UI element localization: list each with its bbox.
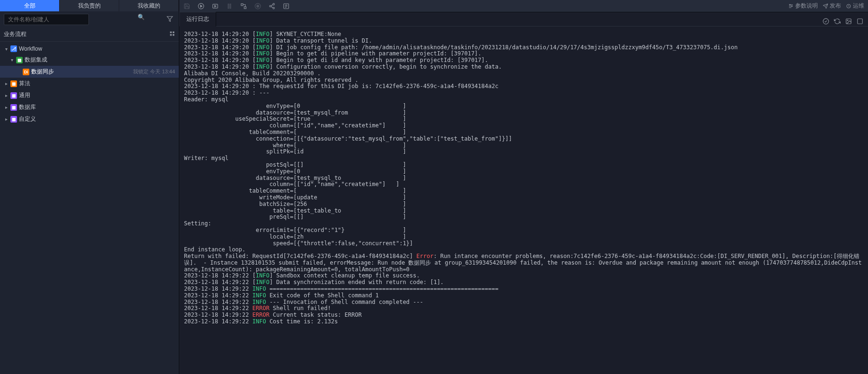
image-icon[interactable] bbox=[845, 18, 852, 26]
record-icon[interactable] bbox=[254, 2, 262, 10]
folder-purple-icon: ▦ bbox=[10, 92, 17, 99]
publish-button[interactable]: 发布 bbox=[823, 2, 841, 10]
tree-item-4[interactable]: ▸▦通用 bbox=[0, 89, 179, 101]
chevron-icon: ▸ bbox=[4, 93, 9, 98]
svg-line-18 bbox=[271, 6, 273, 7]
svg-point-13 bbox=[257, 5, 259, 7]
toolbar: 参数说明 发布 运维 bbox=[179, 0, 868, 12]
svg-point-16 bbox=[273, 7, 275, 9]
svg-rect-11 bbox=[244, 7, 246, 9]
svg-marker-5 bbox=[201, 5, 202, 7]
sidebar-tab-1[interactable]: 我负责的 bbox=[60, 0, 119, 11]
search-input[interactable] bbox=[4, 14, 89, 25]
svg-rect-29 bbox=[858, 19, 863, 24]
svg-rect-3 bbox=[173, 34, 175, 36]
tree-item-label: 通用 bbox=[19, 91, 30, 99]
param-desc-button[interactable]: 参数说明 bbox=[788, 2, 818, 10]
check-icon[interactable] bbox=[823, 18, 829, 26]
log-output[interactable]: 2023-12-18 14:29:20 [INFO] SKYNET_CYCTIM… bbox=[179, 27, 868, 374]
svg-point-15 bbox=[270, 5, 272, 7]
chevron-icon: ▾ bbox=[9, 57, 14, 62]
chevron-icon: ▸ bbox=[4, 116, 9, 122]
tree-item-label: 数据库 bbox=[19, 103, 36, 111]
tree-item-6[interactable]: ▸▦自定义 bbox=[0, 113, 179, 125]
svg-rect-8 bbox=[228, 4, 229, 8]
tree-item-2[interactable]: Di数据同步我锁定 今天 13:44 bbox=[0, 66, 179, 78]
tree-item-0[interactable]: ▾⎇Workflow bbox=[0, 44, 179, 54]
tree-item-meta: 我锁定 今天 13:44 bbox=[133, 68, 175, 75]
svg-rect-9 bbox=[230, 4, 231, 8]
stop-icon[interactable] bbox=[226, 2, 233, 10]
folder-orange-icon: ▦ bbox=[10, 80, 17, 87]
tree-item-label: Workflow bbox=[19, 45, 42, 52]
folder-purple-icon: ▦ bbox=[10, 116, 17, 123]
share-icon[interactable] bbox=[268, 2, 276, 10]
tree-item-5[interactable]: ▸▦数据库 bbox=[0, 101, 179, 113]
refresh-icon[interactable] bbox=[834, 18, 841, 26]
tree-item-1[interactable]: ▾▦数据集成 bbox=[0, 54, 179, 66]
di-icon: Di bbox=[23, 69, 29, 75]
folder-green-icon: ▦ bbox=[16, 57, 23, 63]
flow-icon: ⎇ bbox=[10, 45, 17, 52]
log-tabs: 运行日志 bbox=[179, 12, 868, 27]
chevron-icon: ▸ bbox=[4, 105, 9, 110]
sidebar-tab-0[interactable]: 全部 bbox=[0, 0, 60, 11]
search-icon: 🔍 bbox=[138, 14, 145, 20]
svg-rect-2 bbox=[170, 34, 172, 36]
run-with-param-icon[interactable] bbox=[211, 2, 219, 10]
filter-icon[interactable] bbox=[165, 15, 175, 25]
tree-item-label: 数据集成 bbox=[25, 56, 47, 64]
chevron-icon: ▾ bbox=[4, 46, 9, 52]
transform-icon[interactable] bbox=[240, 2, 247, 10]
sql-icon[interactable] bbox=[282, 2, 290, 10]
save-icon[interactable] bbox=[183, 2, 191, 10]
tree-item-3[interactable]: ▸▦算法 bbox=[0, 78, 179, 89]
ops-button[interactable]: 运维 bbox=[846, 2, 864, 10]
tree-item-label: 数据同步 bbox=[31, 68, 54, 76]
svg-line-17 bbox=[271, 4, 273, 5]
tab-run-log[interactable]: 运行日志 bbox=[179, 12, 216, 27]
svg-point-14 bbox=[273, 3, 275, 5]
run-icon[interactable] bbox=[197, 2, 205, 10]
svg-point-26 bbox=[823, 18, 829, 24]
svg-point-28 bbox=[847, 20, 848, 21]
svg-rect-0 bbox=[170, 32, 172, 34]
sidebar-tab-2[interactable]: 我收藏的 bbox=[119, 0, 179, 11]
chevron-icon: ▸ bbox=[4, 81, 9, 86]
expand-icon[interactable] bbox=[857, 18, 863, 26]
section-title: 业务流程 bbox=[4, 30, 26, 38]
sidebar-tabs: 全部我负责的我收藏的 bbox=[0, 0, 179, 11]
sidebar: 全部我负责的我收藏的 🔍 业务流程 ▾⎇Workflow▾▦数据集成Di数据同步… bbox=[0, 0, 179, 374]
svg-marker-7 bbox=[215, 5, 216, 7]
folder-purple-icon: ▦ bbox=[10, 104, 17, 111]
svg-rect-10 bbox=[241, 3, 243, 5]
svg-rect-1 bbox=[173, 32, 175, 34]
main-panel: 参数说明 发布 运维 运行日志 2023-12-18 14:29:20 [INF… bbox=[179, 0, 868, 374]
tree-item-label: 自定义 bbox=[19, 115, 36, 123]
grid-view-icon[interactable] bbox=[169, 31, 175, 38]
file-tree: ▾⎇Workflow▾▦数据集成Di数据同步我锁定 今天 13:44▸▦算法▸▦… bbox=[0, 42, 179, 127]
tree-item-label: 算法 bbox=[19, 80, 30, 88]
